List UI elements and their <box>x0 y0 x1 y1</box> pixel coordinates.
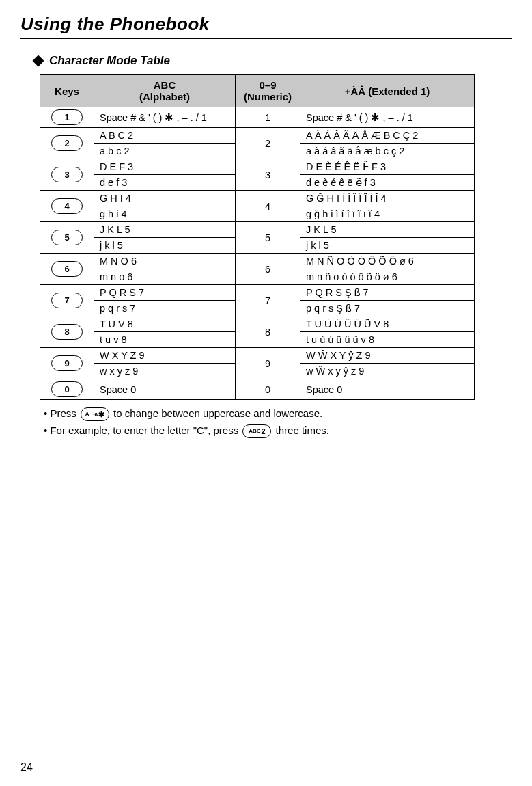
note-2-pre: For example, to enter the letter "C", pr… <box>50 424 241 436</box>
abc-cell: w x y z 9 <box>94 364 236 379</box>
key-6-button: 6 <box>51 261 83 277</box>
abc-cell: p q r s 7 <box>94 301 236 316</box>
num-cell: 5 <box>236 222 300 254</box>
key-cell: 7 <box>40 285 94 316</box>
key-star-button: A→a✱ <box>81 407 109 421</box>
key-cell: 9 <box>40 348 94 379</box>
ext-cell: p q r s Ş ß 7 <box>300 301 475 316</box>
abc-cell: j k l 5 <box>94 238 236 254</box>
num-cell: 6 <box>236 254 300 285</box>
abc-cell: Space # & ' ( ) ✱ , – . / 1 <box>94 107 236 128</box>
th-keys: Keys <box>40 75 94 107</box>
abc-cell: T U V 8 <box>94 316 236 332</box>
ext-cell: Space # & ' ( ) ✱ , – . / 1 <box>300 107 475 128</box>
ext-cell: G Ğ H I Ì Í Î Ï Ĩ İ Ĭ 4 <box>300 191 475 206</box>
bullet: • <box>44 407 47 419</box>
key-7-button: 7 <box>51 293 83 308</box>
key-cell: 2 <box>40 128 94 159</box>
num-cell: 0 <box>236 379 300 400</box>
diamond-icon <box>33 55 44 67</box>
abc-cell: D E F 3 <box>94 159 236 175</box>
key-2-label: 2 <box>261 426 265 437</box>
key-2-inline-button: ABC2 <box>242 424 271 438</box>
key-cell: 5 <box>40 222 94 254</box>
note-2: • For example, to enter the letter "C", … <box>44 422 512 438</box>
abc-cell: Space 0 <box>94 379 236 400</box>
abc-cell: d e f 3 <box>94 175 236 191</box>
table-body: 1 Space # & ' ( ) ✱ , – . / 1 1 Space # … <box>40 107 475 400</box>
note-1: • Press A→a✱ to change between uppercase… <box>44 405 512 421</box>
page-title: Using the Phonebook <box>20 14 512 39</box>
abc-cell: A B C 2 <box>94 128 236 144</box>
abc-cell: m n o 6 <box>94 269 236 285</box>
key-3-button: 3 <box>51 167 83 182</box>
abc-cell: a b c 2 <box>94 144 236 159</box>
num-cell: 8 <box>236 316 300 348</box>
character-mode-table: Keys ABC (Alphabet) 0–9 (Numeric) +ÀÂ (E… <box>40 74 475 400</box>
abc-cell: P Q R S 7 <box>94 285 236 301</box>
key-5-button: 5 <box>51 230 83 245</box>
ext-cell: Space 0 <box>300 379 475 400</box>
ext-cell: t u ù ú û ü ũ v 8 <box>300 332 475 348</box>
bullet: • <box>44 424 47 436</box>
key-star-sup: A→a <box>85 410 98 418</box>
th-extended: +ÀÂ (Extended 1) <box>300 75 475 107</box>
ext-cell: m n ñ o ò ó ô õ ö ø 6 <box>300 269 475 285</box>
abc-cell: g h i 4 <box>94 206 236 222</box>
key-cell: 4 <box>40 191 94 222</box>
key-2-sup: ABC <box>249 427 260 435</box>
key-cell: 8 <box>40 316 94 348</box>
key-4-button: 4 <box>51 198 83 214</box>
page-number: 24 <box>20 761 33 774</box>
ext-cell: W Ŵ X Y ŷ Z 9 <box>300 348 475 364</box>
abc-cell: M N O 6 <box>94 254 236 269</box>
key-0-button: 0 <box>51 381 83 397</box>
key-cell: 3 <box>40 159 94 191</box>
ext-cell: P Q R S Ş ß 7 <box>300 285 475 301</box>
key-cell: 6 <box>40 254 94 285</box>
ext-cell: d e è é ê ë ẽ f 3 <box>300 175 475 191</box>
ext-cell: g ğ h i ì í î ï ĩ ı ĭ 4 <box>300 206 475 222</box>
th-abc: ABC (Alphabet) <box>94 75 236 107</box>
key-9-button: 9 <box>51 355 83 371</box>
ext-cell: T U Ù Ú Û Ü Ũ V 8 <box>300 316 475 332</box>
key-8-button: 8 <box>51 324 83 340</box>
th-numeric: 0–9 (Numeric) <box>236 75 300 107</box>
note-2-post: three times. <box>272 424 329 436</box>
ext-cell: D E È É Ê Ë Ẽ F 3 <box>300 159 475 175</box>
num-cell: 3 <box>236 159 300 191</box>
key-1-button: 1 <box>51 109 83 125</box>
ext-cell: j k l 5 <box>300 238 475 254</box>
key-cell: 0 <box>40 379 94 400</box>
ext-cell: A À Á Â Ã Ä Å Æ B C Ç 2 <box>300 128 475 144</box>
note-1-pre: Press <box>50 407 79 419</box>
num-cell: 2 <box>236 128 300 159</box>
key-cell: 1 <box>40 107 94 128</box>
abc-cell: W X Y Z 9 <box>94 348 236 364</box>
num-cell: 1 <box>236 107 300 128</box>
num-cell: 9 <box>236 348 300 379</box>
abc-cell: G H I 4 <box>94 191 236 206</box>
key-star-label: ✱ <box>98 409 104 420</box>
ext-cell: w Ŵ x y ŷ z 9 <box>300 364 475 379</box>
abc-cell: t u v 8 <box>94 332 236 348</box>
ext-cell: M N Ñ O Ò Ó Ô Õ Ö ø 6 <box>300 254 475 269</box>
abc-cell: J K L 5 <box>94 222 236 238</box>
section-heading-text: Character Mode Table <box>49 54 170 68</box>
ext-cell: J K L 5 <box>300 222 475 238</box>
ext-cell: a à á â ã ä å æ b c ç 2 <box>300 144 475 159</box>
section-heading: Character Mode Table <box>34 54 512 68</box>
note-1-post: to change between uppercase and lowercas… <box>111 407 322 419</box>
key-2-button: 2 <box>51 135 83 151</box>
num-cell: 4 <box>236 191 300 222</box>
notes: • Press A→a✱ to change between uppercase… <box>44 405 512 439</box>
num-cell: 7 <box>236 285 300 316</box>
